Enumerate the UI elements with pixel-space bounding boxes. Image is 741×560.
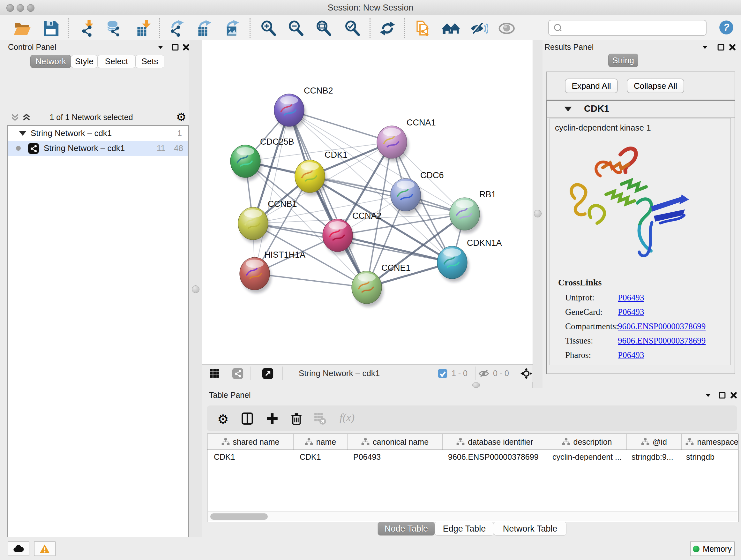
scrollbar-thumb[interactable] [210, 513, 268, 520]
import-table-button[interactable] [133, 19, 152, 38]
results-panel-menu-button[interactable] [699, 42, 711, 53]
delete-column-button[interactable] [289, 411, 304, 426]
horizontal-scrollbar[interactable] [208, 511, 738, 521]
fit-selected-button[interactable] [520, 367, 533, 380]
cell-shared-name[interactable]: CDK1 [207, 450, 293, 463]
column-header-namespace[interactable]: namespace [682, 434, 741, 449]
cell-namespace[interactable]: stringdb [680, 450, 740, 463]
detach-view-button[interactable] [261, 367, 274, 380]
selected-toggle-checkbox[interactable] [437, 368, 448, 379]
column-header-canonical-name[interactable]: canonical name [347, 434, 443, 449]
right-splitter[interactable] [532, 40, 543, 388]
memory-button[interactable]: Memory [690, 542, 735, 556]
cell-description[interactable]: cyclin-dependent ... [546, 450, 625, 463]
hide-unhide-button[interactable] [469, 19, 489, 38]
function-builder-button[interactable]: f(x) [338, 411, 356, 424]
network-row[interactable]: String Network – cdk1 11 48 [8, 141, 188, 156]
control-panel-float-button[interactable] [170, 42, 181, 53]
table-panel-menu-button[interactable] [703, 390, 714, 401]
import-network-button[interactable] [77, 19, 97, 38]
zoom-selected-button[interactable] [342, 19, 362, 38]
node-CDC6[interactable] [391, 179, 422, 214]
edge-HIST1H1A-CCNE1[interactable] [255, 273, 367, 287]
cell--id[interactable]: stringdb:9... [625, 450, 680, 463]
open-session-button[interactable] [12, 19, 32, 38]
left-splitter-handle[interactable] [192, 286, 199, 293]
show-columns-button[interactable] [240, 411, 255, 426]
zoom-in-button[interactable] [259, 19, 278, 38]
column-header-shared-name[interactable]: shared name [207, 434, 293, 449]
hidden-toggle-button[interactable] [478, 367, 490, 380]
crosslink-link[interactable]: 9606.ENSP00000378699 [618, 321, 705, 331]
results-panel-close-button[interactable] [727, 42, 738, 53]
column-header-database-identifier[interactable]: database identifier [443, 434, 547, 449]
crosslink-link[interactable]: 9606.ENSP00000378699 [618, 336, 705, 346]
table-data-row[interactable]: CDK1CDK1P064939606.ENSP00000378699cyclin… [207, 450, 738, 463]
table-splitter-handle[interactable] [472, 382, 480, 388]
save-session-button[interactable] [41, 19, 61, 38]
collapse-all-button[interactable]: Collapse All [627, 78, 684, 93]
table-panel-float-button[interactable] [717, 390, 728, 401]
node-CDKN1A[interactable] [437, 246, 469, 282]
table-settings-button[interactable]: ⚙ [216, 411, 230, 426]
tab-sets[interactable]: Sets [135, 55, 164, 68]
node-CCNA2[interactable] [323, 219, 354, 255]
network-options-button[interactable]: ⚙ [176, 111, 186, 123]
crosslink-link[interactable]: P06493 [618, 350, 644, 360]
tab-network-table[interactable]: Network Table [494, 522, 566, 536]
cloud-status-button[interactable] [8, 542, 29, 556]
help-button[interactable]: ? [719, 20, 734, 35]
cell-name[interactable]: CDK1 [293, 450, 347, 463]
tab-string[interactable]: String [608, 54, 638, 67]
control-panel-menu-button[interactable] [155, 42, 166, 53]
show-graphics-button[interactable] [497, 19, 517, 38]
results-panel-title: Results Panel [544, 43, 594, 52]
tab-edge-table[interactable]: Edge Table [434, 522, 494, 536]
crosslink-link[interactable]: P06493 [618, 307, 644, 317]
cell-database-identifier[interactable]: 9606.ENSP00000378699 [442, 450, 546, 463]
add-column-button[interactable] [265, 411, 280, 426]
search-input[interactable] [565, 22, 702, 33]
table-panel-close-button[interactable] [728, 390, 739, 401]
node-CDK1[interactable] [295, 160, 327, 196]
crosslink-link[interactable]: P06493 [618, 293, 644, 303]
export-image-button[interactable] [221, 19, 241, 38]
collection-disclosure-icon[interactable] [19, 131, 26, 136]
tab-node-table[interactable]: Node Table [378, 522, 435, 536]
edge-CCNA2-CDKN1A[interactable] [338, 235, 452, 262]
node-CCNA1[interactable] [377, 126, 408, 162]
tab-network[interactable]: Network [30, 55, 71, 68]
node-CCNB2[interactable] [274, 94, 306, 130]
node-RB1[interactable] [450, 198, 481, 233]
tab-style[interactable]: Style [71, 55, 98, 68]
network-collection-row[interactable]: String Network – cdk1 1 [8, 126, 188, 141]
network-canvas[interactable]: CCNB2CCNA1CDC25BCDK1CDC6RB1CCNB1CCNA2CDK… [202, 40, 533, 365]
gene-disclosure-icon[interactable] [564, 107, 572, 111]
expand-all-button[interactable]: Expand All [565, 78, 618, 93]
column-header-name[interactable]: name [293, 434, 347, 449]
export-table-button[interactable] [194, 19, 213, 38]
home-databases-button[interactable] [441, 19, 461, 38]
right-splitter-handle[interactable] [534, 210, 542, 217]
results-panel-float-button[interactable] [716, 42, 726, 53]
node-CDC25B[interactable] [230, 145, 262, 181]
import-network-from-database-button[interactable] [104, 19, 123, 38]
birdseye-grid-button[interactable] [208, 367, 221, 380]
network-overview-button[interactable] [231, 367, 244, 380]
node-HIST1H1A[interactable] [240, 257, 271, 293]
column-header-description[interactable]: description [547, 434, 627, 449]
gene-section-header[interactable]: CDK1 [547, 101, 735, 118]
node-CCNE1[interactable] [352, 271, 383, 307]
column-header--id[interactable]: @id [627, 434, 682, 449]
apply-layout-button[interactable] [378, 19, 397, 38]
tab-select[interactable]: Select [97, 55, 136, 68]
export-network-button[interactable] [166, 19, 186, 38]
cell-canonical-name[interactable]: P06493 [347, 450, 442, 463]
zoom-out-button[interactable] [286, 19, 306, 38]
zoom-fit-button[interactable] [314, 19, 333, 38]
edge-CCNB2-CCNE1[interactable] [289, 110, 367, 287]
left-splitter[interactable] [189, 40, 202, 537]
string-import-button[interactable] [413, 19, 432, 38]
warnings-button[interactable] [34, 542, 56, 556]
delete-table-button[interactable] [313, 411, 327, 426]
